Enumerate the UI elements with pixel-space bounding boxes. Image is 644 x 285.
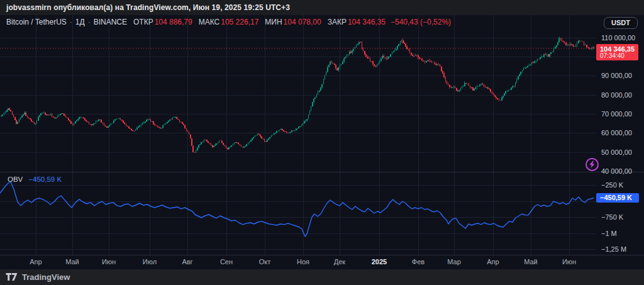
exchange-label: BINANCE — [94, 18, 127, 26]
svg-text:Июн: Июн — [562, 258, 576, 265]
close-label: ЗАКР — [328, 18, 347, 26]
svg-text:40 000,00: 40 000,00 — [601, 167, 632, 175]
lightning-icon — [589, 160, 596, 169]
time-axis-labels[interactable]: АпрМайИюнИюлАвгСенОктНояДек2025ФевМарАпр… — [30, 258, 576, 265]
footer-bar: TradingView — [0, 269, 644, 285]
chart-canvas[interactable]: 110 000,0090 000,0080 000,0070 000,0060 … — [0, 15, 644, 269]
svg-text:70 000,00: 70 000,00 — [601, 110, 632, 118]
svg-text:Апр: Апр — [30, 258, 42, 265]
change-value: −540,43 (−0,52%) — [391, 18, 451, 26]
svg-text:−750 K: −750 K — [601, 213, 624, 221]
svg-text:−1 M: −1 M — [601, 230, 617, 237]
svg-text:Июл: Июл — [143, 258, 157, 265]
obv-indicator-label[interactable]: OBV — [8, 176, 23, 183]
svg-text:80 000,00: 80 000,00 — [601, 91, 632, 99]
close-value: 104 346,35 — [348, 18, 386, 26]
low-group: МИН104 078,00 — [265, 18, 321, 26]
svg-text:90 000,00: 90 000,00 — [601, 72, 632, 79]
high-group: МАКС105 226,17 — [199, 18, 259, 26]
attribution-bar: jobvassmirn опубликовал(а) на TradingVie… — [0, 0, 644, 15]
svg-text:60 000,00: 60 000,00 — [601, 129, 632, 137]
separator: · — [88, 18, 91, 26]
svg-text:Сен: Сен — [220, 258, 233, 265]
open-label: ОТКР — [133, 18, 153, 26]
svg-text:Фев: Фев — [412, 258, 425, 265]
open-group: ОТКР104 886,79 — [133, 18, 192, 26]
svg-text:50 000,00: 50 000,00 — [601, 148, 632, 156]
obv-legend: OBV −450,59 K — [8, 176, 62, 183]
svg-text:2025: 2025 — [372, 258, 387, 265]
svg-text:Дек: Дек — [334, 258, 346, 265]
svg-text:−250 K: −250 K — [601, 181, 624, 189]
high-label: МАКС — [199, 18, 220, 26]
chart-area: 110 000,0090 000,0080 000,0070 000,0060 … — [0, 15, 644, 269]
currency-toggle-button[interactable]: USDT — [604, 17, 638, 29]
open-value: 104 886,79 — [155, 18, 192, 26]
symbol-legend: Bitcoin / TetherUS·1Д·BINANCE ОТКР104 88… — [6, 18, 451, 26]
brand-name: TradingView — [22, 272, 70, 282]
attribution-text: jobvassmirn опубликовал(а) на TradingVie… — [6, 3, 290, 12]
svg-text:Авг: Авг — [182, 258, 192, 265]
svg-text:Окт: Окт — [259, 258, 271, 265]
tradingview-logo[interactable] — [6, 272, 18, 282]
close-group: ЗАКР104 346,35 — [328, 18, 386, 26]
symbol-title[interactable]: Bitcoin / TetherUS·1Д·BINANCE — [6, 18, 127, 26]
svg-text:Ноя: Ноя — [297, 258, 309, 265]
last-price-tag: 104 346,35 07:34:40 — [596, 44, 638, 60]
obv-value-tag: −450,59 K — [596, 193, 639, 203]
svg-text:−1,25 M: −1,25 M — [601, 245, 626, 253]
bar-countdown: 07:34:40 — [600, 53, 638, 59]
svg-text:Июн: Июн — [102, 258, 116, 265]
obv-indicator-value: −450,59 K — [28, 176, 62, 183]
gridlines — [0, 15, 644, 255]
symbol-name: Bitcoin / TetherUS — [6, 18, 67, 26]
obv-line — [0, 182, 594, 237]
boost-button[interactable] — [586, 158, 599, 171]
svg-text:Май: Май — [65, 258, 79, 265]
separator: · — [70, 18, 72, 26]
interval-label: 1Д — [75, 18, 85, 26]
high-value: 105 226,17 — [221, 18, 258, 26]
svg-text:Мар: Мар — [447, 258, 461, 265]
low-label: МИН — [265, 18, 282, 26]
svg-text:Апр: Апр — [487, 258, 499, 265]
candlestick-series — [1, 36, 594, 153]
svg-text:Май: Май — [524, 258, 538, 265]
low-value: 104 078,00 — [284, 18, 321, 26]
svg-text:110 000,00: 110 000,00 — [601, 34, 635, 42]
price-axis-labels: 110 000,0090 000,0080 000,0070 000,0060 … — [601, 34, 635, 253]
